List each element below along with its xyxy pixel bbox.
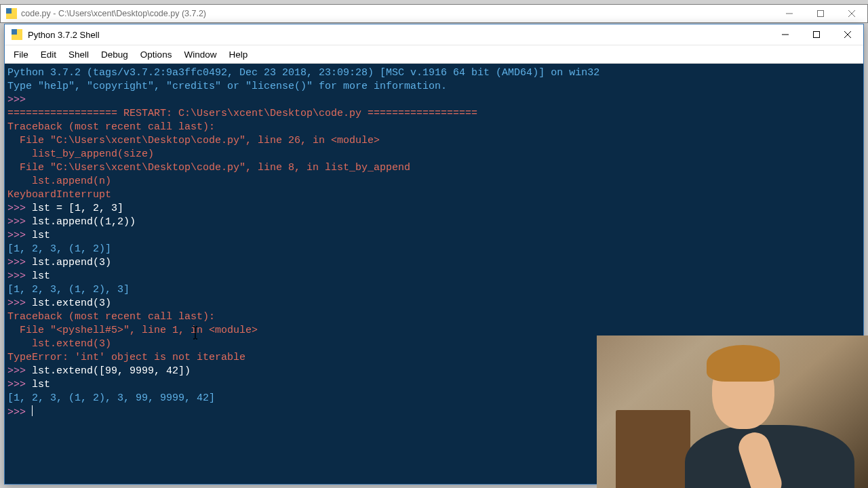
shell-line: ================== RESTART: C:\Users\xce… <box>7 107 849 121</box>
webcam-overlay <box>597 336 868 488</box>
prompt: >>> <box>7 216 32 228</box>
webcam-person <box>685 349 854 488</box>
shell-line: Traceback (most recent call last): <box>7 121 849 134</box>
maximize-icon <box>817 10 824 17</box>
shell-line: >>> lst.append((1,2)) <box>7 216 849 229</box>
shell-minimize-button[interactable] <box>770 24 801 45</box>
editor-window-controls <box>774 5 867 22</box>
input-text: lst.append((1,2)) <box>32 216 136 228</box>
editor-minimize-button[interactable] <box>774 5 805 22</box>
shell-close-button[interactable] <box>832 24 863 45</box>
prompt: >>> <box>7 257 32 268</box>
shell-line: Type "help", "copyright", "credits" or "… <box>7 80 849 94</box>
menu-window[interactable]: Window <box>178 47 222 62</box>
shell-window-controls <box>770 24 863 45</box>
input-text: lst = [1, 2, 3] <box>32 203 123 214</box>
editor-maximize-button[interactable] <box>805 5 836 22</box>
shell-maximize-button[interactable] <box>801 24 832 45</box>
prompt: >>> <box>7 270 32 282</box>
minimize-icon <box>782 31 789 38</box>
close-icon <box>848 10 855 17</box>
shell-menubar: FileEditShellDebugOptionsWindowHelp <box>5 45 863 64</box>
input-text: lst.extend([99, 9999, 42]) <box>32 365 191 377</box>
prompt: >>> <box>7 203 32 214</box>
python-file-icon <box>6 8 17 19</box>
svg-rect-3 <box>818 11 824 17</box>
editor-close-button[interactable] <box>836 5 867 22</box>
shell-line: lst.append(n) <box>7 175 849 188</box>
shell-line: File "C:\Users\xcent\Desktop\code.py", l… <box>7 161 849 175</box>
minimize-icon <box>786 10 793 17</box>
prompt: >>> <box>7 407 32 418</box>
input-text: lst.append(3) <box>32 257 111 268</box>
shell-line: Traceback (most recent call last): <box>7 310 849 324</box>
maximize-icon <box>813 31 820 38</box>
shell-line: >>> lst <box>7 229 849 243</box>
menu-help[interactable]: Help <box>222 47 254 62</box>
shell-title: Python 3.7.2 Shell <box>28 30 770 40</box>
shell-titlebar[interactable]: Python 3.7.2 Shell <box>5 24 863 45</box>
shell-line: >>> lst = [1, 2, 3] <box>7 202 849 216</box>
svg-rect-7 <box>12 29 17 35</box>
svg-rect-1 <box>6 8 12 14</box>
menu-file[interactable]: File <box>7 47 35 62</box>
shell-line: list_by_append(size) <box>7 148 849 161</box>
prompt: >>> <box>7 230 32 241</box>
input-text: lst <box>32 270 50 282</box>
python-shell-icon <box>12 29 22 40</box>
shell-line: >>> lst <box>7 270 849 283</box>
input-text: lst <box>32 379 50 390</box>
menu-edit[interactable]: Edit <box>35 47 62 62</box>
shell-line: >>> lst.append(3) <box>7 256 849 270</box>
close-icon <box>844 31 851 38</box>
prompt: >>> <box>7 298 32 309</box>
menu-options[interactable]: Options <box>134 47 178 62</box>
editor-title: code.py - C:\Users\xcent\Desktop\code.py… <box>21 9 774 18</box>
shell-line: [1, 2, 3, (1, 2), 3] <box>7 283 849 297</box>
menu-shell[interactable]: Shell <box>62 47 95 62</box>
prompt: >>> <box>7 379 32 390</box>
editor-window: code.py - C:\Users\xcent\Desktop\code.py… <box>0 4 868 23</box>
shell-line: >>> lst.extend(3) <box>7 297 849 310</box>
svg-rect-9 <box>814 32 820 38</box>
input-text: lst <box>32 230 50 241</box>
shell-line: KeyboardInterrupt <box>7 188 849 202</box>
shell-line: [1, 2, 3, (1, 2)] <box>7 243 849 256</box>
shell-line: File "C:\Users\xcent\Desktop\code.py", l… <box>7 134 849 148</box>
prompt: >>> <box>7 365 32 377</box>
input-text: lst.extend(3) <box>32 298 111 309</box>
shell-line: Python 3.7.2 (tags/v3.7.2:9a3ffc0492, De… <box>7 66 849 80</box>
menu-debug[interactable]: Debug <box>95 47 134 62</box>
text-caret <box>32 405 33 416</box>
shell-line: >>> <box>7 94 849 107</box>
